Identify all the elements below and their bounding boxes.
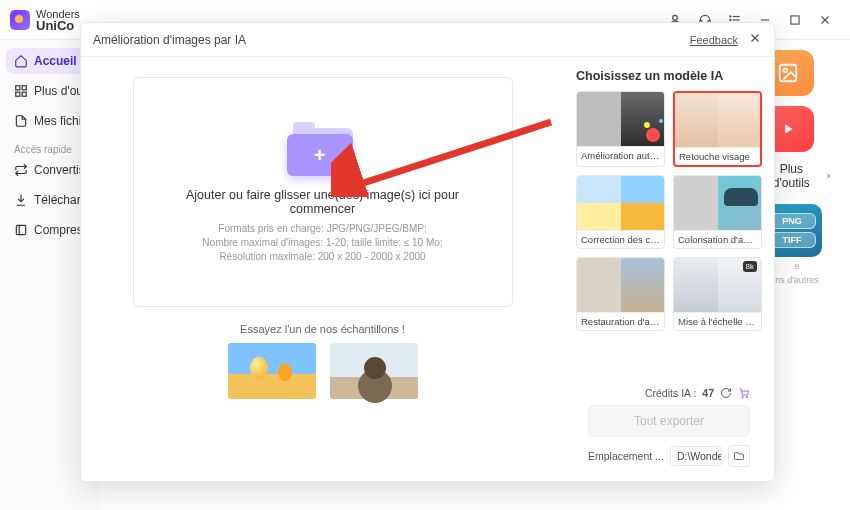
format-badge: TIFF: [768, 232, 816, 248]
model-thumb: [675, 93, 760, 147]
ai-image-enhance-modal: Amélioration d'images par IA Feedback + …: [80, 22, 775, 482]
model-caption: Amélioration automat...: [577, 146, 664, 164]
samples-section: Essayez l'un de nos échantillons !: [228, 323, 418, 399]
svg-point-7: [730, 19, 731, 20]
model-thumb: [674, 176, 761, 230]
svg-point-26: [746, 396, 748, 398]
model-option-1[interactable]: Retouche visage: [673, 91, 762, 167]
dropzone-sub1: Formats pris en charge: JPG/PNG/JPEG/BMP…: [218, 222, 426, 236]
sample-image-portrait[interactable]: [330, 343, 418, 399]
svg-rect-13: [16, 86, 20, 90]
credits-label: Crédits IA :: [645, 387, 696, 399]
app-logo: [10, 10, 30, 30]
modal-title: Amélioration d'images par IA: [93, 33, 246, 47]
brand-text: Wonders UniCo: [36, 8, 80, 32]
svg-rect-10: [791, 15, 799, 23]
model-caption: Restauration d'ancien...: [577, 312, 664, 330]
folder-icon: [733, 450, 745, 462]
model-option-3[interactable]: Colorisation d'ancienn...: [673, 175, 762, 249]
svg-point-25: [742, 396, 744, 398]
home-icon: [14, 54, 28, 68]
svg-rect-15: [16, 92, 20, 96]
modal-footer: Crédits IA : 47 Tout exporter Emplacemen…: [576, 381, 762, 477]
sidebar-label: Mes fichi: [34, 114, 81, 128]
credits-row: Crédits IA : 47: [588, 387, 750, 399]
dropzone-sub3: Résolution maximale: 200 x 200 - 2000 x …: [219, 250, 425, 264]
model-thumb: [674, 258, 761, 312]
model-caption: Mise à l'échelle des i...: [674, 312, 761, 330]
chevron-right-icon: [825, 172, 832, 180]
model-caption: Correction des couleurs: [577, 230, 664, 248]
sidebar-label: Plus d'ou: [34, 84, 83, 98]
svg-rect-14: [22, 86, 26, 90]
model-option-4[interactable]: Restauration d'ancien...: [576, 257, 665, 331]
format-badge: PNG: [768, 213, 816, 229]
cart-icon[interactable]: [738, 387, 750, 399]
feedback-link[interactable]: Feedback: [690, 34, 738, 46]
svg-rect-16: [22, 92, 26, 96]
svg-rect-17: [16, 225, 25, 234]
svg-point-19: [783, 68, 787, 72]
compress-icon: [14, 223, 28, 237]
svg-marker-20: [785, 124, 792, 133]
model-thumb: [577, 92, 664, 146]
open-folder-button[interactable]: [728, 445, 750, 467]
model-thumb: [577, 258, 664, 312]
add-folder-icon: +: [287, 120, 359, 176]
svg-rect-18: [780, 65, 797, 82]
location-select[interactable]: D:\Wondershare UniConver: [670, 446, 722, 466]
sample-image-balloons[interactable]: [228, 343, 316, 399]
convert-icon: [14, 163, 28, 177]
brand-line2: UniCo: [36, 18, 74, 33]
credits-value: 47: [702, 387, 714, 399]
sidebar-label: Accueil: [34, 54, 77, 68]
export-all-button[interactable]: Tout exporter: [588, 405, 750, 437]
window-close-icon[interactable]: [814, 9, 836, 31]
model-option-5[interactable]: Mise à l'échelle des i...: [673, 257, 762, 331]
grid-icon: [14, 84, 28, 98]
modal-header: Amélioration d'images par IA Feedback: [81, 23, 774, 57]
models-panel: Choisissez un modèle IA Amélioration aut…: [564, 57, 774, 481]
close-icon: [748, 31, 762, 45]
download-icon: [14, 193, 28, 207]
drop-area-wrap: + Ajouter ou faire glisser une(des) imag…: [81, 57, 564, 481]
svg-point-0: [673, 15, 678, 20]
models-title: Choisissez un modèle IA: [576, 69, 762, 83]
model-option-0[interactable]: Amélioration automat...: [576, 91, 665, 167]
model-caption: Retouche visage: [675, 147, 760, 165]
dropzone-title: Ajouter ou faire glisser une(des) image(…: [154, 188, 492, 216]
file-icon: [14, 114, 28, 128]
maximize-icon[interactable]: [784, 9, 806, 31]
modal-close-button[interactable]: [748, 31, 762, 48]
model-option-2[interactable]: Correction des couleurs: [576, 175, 665, 249]
drop-zone[interactable]: + Ajouter ou faire glisser une(des) imag…: [133, 77, 513, 307]
dropzone-sub2: Nombre maximal d'images: 1-20; taille li…: [202, 236, 442, 250]
location-label: Emplacement ...: [588, 450, 664, 462]
sidebar-label: Convertis: [34, 163, 85, 177]
location-value: D:\Wondershare UniConver: [677, 450, 722, 462]
model-caption: Colorisation d'ancienn...: [674, 230, 761, 248]
refresh-icon[interactable]: [720, 387, 732, 399]
samples-label: Essayez l'un de nos échantillons !: [228, 323, 418, 335]
sidebar-label: Téléchar: [34, 193, 81, 207]
model-thumb: [577, 176, 664, 230]
svg-point-6: [730, 15, 731, 16]
sidebar-label: Compres: [34, 223, 83, 237]
